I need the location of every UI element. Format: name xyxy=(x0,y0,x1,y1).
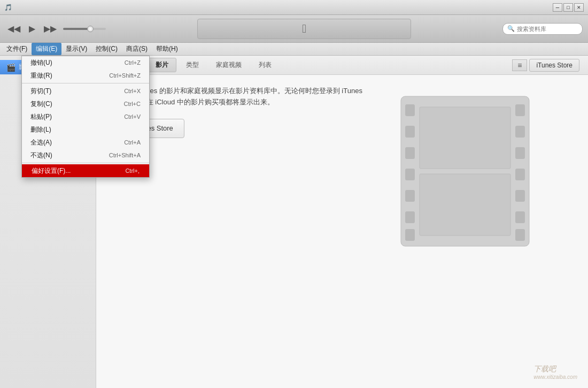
menu-view[interactable]: 显示(V) xyxy=(61,43,91,55)
content-body: 您添加到 iTunes 的影片和家庭视频显示在影片资料库中。无论何时您登录到 i… xyxy=(96,75,588,262)
svg-rect-12 xyxy=(515,190,525,202)
svg-rect-15 xyxy=(420,107,510,169)
menu-store[interactable]: 商店(S) xyxy=(122,43,152,55)
menu-paste[interactable]: 粘贴(P) Ctrl+V xyxy=(22,110,149,123)
minimize-button[interactable]: ─ xyxy=(553,3,562,12)
svg-rect-16 xyxy=(420,174,510,235)
tab-movies[interactable]: 影片 xyxy=(148,58,176,72)
forward-button[interactable]: ▶▶ xyxy=(42,21,59,36)
maximize-button[interactable]: □ xyxy=(563,3,573,12)
menu-control[interactable]: 控制(C) xyxy=(91,43,122,55)
menu-file[interactable]: 文件(F) xyxy=(2,43,32,55)
volume-slider[interactable] xyxy=(63,28,106,30)
search-input[interactable] xyxy=(517,26,578,32)
edit-dropdown-menu: 撤销(U) Ctrl+Z 重做(R) Ctrl+Shift+Z 剪切(T) Ct… xyxy=(21,56,150,178)
menu-undo[interactable]: 撤销(U) Ctrl+Z xyxy=(22,56,149,69)
center-display:  xyxy=(110,19,498,39)
watermark: 下载吧 www.xitizaiba.com xyxy=(533,362,577,380)
tab-genre[interactable]: 类型 xyxy=(179,58,206,72)
list-view-button[interactable]: ≡ xyxy=(512,59,527,71)
menu-help[interactable]: 帮助(H) xyxy=(152,43,182,55)
svg-rect-13 xyxy=(515,211,525,223)
menu-preferences[interactable]: 偏好设置(F)... Ctrl+, xyxy=(22,164,149,177)
search-box[interactable]: 🔍 xyxy=(502,23,583,35)
title-bar-left: 🎵 xyxy=(4,4,12,11)
play-button[interactable]: ▶ xyxy=(27,21,37,36)
menu-edit[interactable]: 编辑(E) xyxy=(32,43,61,55)
close-button[interactable]: ✕ xyxy=(574,3,584,12)
itunes-store-button[interactable]: iTunes Store xyxy=(529,59,579,72)
svg-rect-4 xyxy=(405,169,415,180)
svg-rect-2 xyxy=(405,126,415,138)
search-icon: 🔍 xyxy=(507,25,515,32)
tab-list[interactable]: 列表 xyxy=(251,58,279,72)
menu-delete[interactable]: 删除(L) xyxy=(22,123,149,136)
svg-rect-6 xyxy=(405,211,415,223)
separator-1 xyxy=(22,83,149,83)
svg-rect-9 xyxy=(515,126,525,138)
svg-rect-10 xyxy=(515,147,525,159)
tab-home-video[interactable]: 家庭视频 xyxy=(208,58,249,72)
svg-rect-1 xyxy=(405,104,415,116)
menu-redo[interactable]: 重做(R) Ctrl+Shift+Z xyxy=(22,69,149,82)
svg-rect-11 xyxy=(515,169,525,180)
separator-2 xyxy=(22,163,149,163)
title-bar: 🎵 ─ □ ✕ xyxy=(0,0,588,15)
content-tabs: 未观看的 影片 类型 家庭视频 列表 ≡ iTunes Store xyxy=(96,56,588,75)
window-controls[interactable]: ─ □ ✕ xyxy=(553,3,584,12)
svg-rect-5 xyxy=(405,190,415,202)
toolbar: ◀◀ ▶ ▶▶  🔍 xyxy=(0,15,588,43)
svg-rect-14 xyxy=(515,229,525,241)
svg-rect-7 xyxy=(405,229,415,241)
svg-rect-3 xyxy=(405,147,415,159)
menu-cut[interactable]: 剪切(T) Ctrl+X xyxy=(22,85,149,97)
movies-icon: 🎬 xyxy=(6,63,16,72)
svg-rect-8 xyxy=(515,104,525,116)
menu-copy[interactable]: 复制(C) Ctrl+C xyxy=(22,97,149,110)
back-button[interactable]: ◀◀ xyxy=(5,21,22,36)
apple-logo-area:  xyxy=(197,19,411,39)
volume-knob[interactable] xyxy=(87,26,94,32)
film-reel-illustration xyxy=(385,91,545,252)
apple-logo-icon:  xyxy=(302,22,306,36)
menu-deselect[interactable]: 不选(N) Ctrl+Shift+A xyxy=(22,149,149,162)
content-area: 未观看的 影片 类型 家庭视频 列表 ≡ iTunes Store 您添加到 xyxy=(96,56,588,388)
menu-select-all[interactable]: 全选(A) Ctrl+A xyxy=(22,136,149,149)
menu-bar: 文件(F) 编辑(E) 显示(V) 控制(C) 商店(S) 帮助(H) 撤销(U… xyxy=(0,43,588,56)
